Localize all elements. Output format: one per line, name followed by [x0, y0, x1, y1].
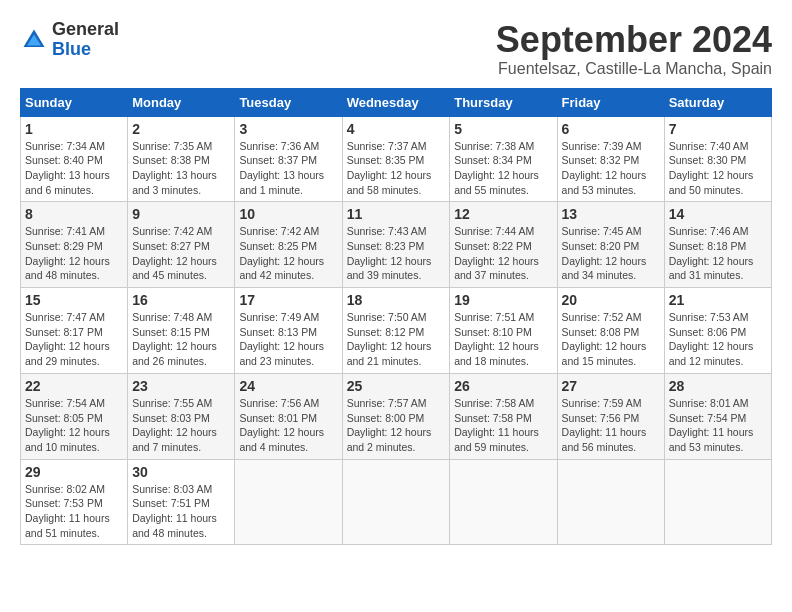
day-info: Sunrise: 7:39 AM Sunset: 8:32 PM Dayligh… — [562, 139, 660, 198]
calendar-cell: 23Sunrise: 7:55 AM Sunset: 8:03 PM Dayli… — [128, 373, 235, 459]
calendar-cell — [664, 459, 771, 545]
calendar-cell: 7Sunrise: 7:40 AM Sunset: 8:30 PM Daylig… — [664, 116, 771, 202]
day-info: Sunrise: 7:42 AM Sunset: 8:27 PM Dayligh… — [132, 224, 230, 283]
day-number: 15 — [25, 292, 123, 308]
day-info: Sunrise: 8:03 AM Sunset: 7:51 PM Dayligh… — [132, 482, 230, 541]
day-number: 30 — [132, 464, 230, 480]
calendar-cell: 29Sunrise: 8:02 AM Sunset: 7:53 PM Dayli… — [21, 459, 128, 545]
day-number: 1 — [25, 121, 123, 137]
logo-blue-text: Blue — [52, 39, 91, 59]
day-info: Sunrise: 7:57 AM Sunset: 8:00 PM Dayligh… — [347, 396, 446, 455]
page-header: General Blue September 2024 Fuentelsaz, … — [20, 20, 772, 78]
day-number: 8 — [25, 206, 123, 222]
day-info: Sunrise: 7:42 AM Sunset: 8:25 PM Dayligh… — [239, 224, 337, 283]
day-number: 23 — [132, 378, 230, 394]
day-number: 29 — [25, 464, 123, 480]
weekday-header: Friday — [557, 88, 664, 116]
weekday-header: Wednesday — [342, 88, 450, 116]
day-info: Sunrise: 7:58 AM Sunset: 7:58 PM Dayligh… — [454, 396, 552, 455]
calendar-cell: 10Sunrise: 7:42 AM Sunset: 8:25 PM Dayli… — [235, 202, 342, 288]
day-info: Sunrise: 7:56 AM Sunset: 8:01 PM Dayligh… — [239, 396, 337, 455]
calendar-cell: 11Sunrise: 7:43 AM Sunset: 8:23 PM Dayli… — [342, 202, 450, 288]
day-number: 12 — [454, 206, 552, 222]
day-info: Sunrise: 7:41 AM Sunset: 8:29 PM Dayligh… — [25, 224, 123, 283]
calendar-cell: 25Sunrise: 7:57 AM Sunset: 8:00 PM Dayli… — [342, 373, 450, 459]
calendar-cell: 16Sunrise: 7:48 AM Sunset: 8:15 PM Dayli… — [128, 288, 235, 374]
title-block: September 2024 Fuentelsaz, Castille-La M… — [496, 20, 772, 78]
calendar-cell: 20Sunrise: 7:52 AM Sunset: 8:08 PM Dayli… — [557, 288, 664, 374]
calendar-cell: 30Sunrise: 8:03 AM Sunset: 7:51 PM Dayli… — [128, 459, 235, 545]
day-info: Sunrise: 7:59 AM Sunset: 7:56 PM Dayligh… — [562, 396, 660, 455]
calendar-cell: 12Sunrise: 7:44 AM Sunset: 8:22 PM Dayli… — [450, 202, 557, 288]
weekday-header: Thursday — [450, 88, 557, 116]
day-number: 27 — [562, 378, 660, 394]
day-info: Sunrise: 7:47 AM Sunset: 8:17 PM Dayligh… — [25, 310, 123, 369]
calendar-cell: 2Sunrise: 7:35 AM Sunset: 8:38 PM Daylig… — [128, 116, 235, 202]
calendar-cell: 5Sunrise: 7:38 AM Sunset: 8:34 PM Daylig… — [450, 116, 557, 202]
calendar-cell: 8Sunrise: 7:41 AM Sunset: 8:29 PM Daylig… — [21, 202, 128, 288]
day-info: Sunrise: 7:48 AM Sunset: 8:15 PM Dayligh… — [132, 310, 230, 369]
day-number: 9 — [132, 206, 230, 222]
calendar-cell: 24Sunrise: 7:56 AM Sunset: 8:01 PM Dayli… — [235, 373, 342, 459]
calendar-week-row: 15Sunrise: 7:47 AM Sunset: 8:17 PM Dayli… — [21, 288, 772, 374]
logo-icon — [20, 26, 48, 54]
day-number: 2 — [132, 121, 230, 137]
day-number: 10 — [239, 206, 337, 222]
day-info: Sunrise: 7:53 AM Sunset: 8:06 PM Dayligh… — [669, 310, 767, 369]
day-info: Sunrise: 7:46 AM Sunset: 8:18 PM Dayligh… — [669, 224, 767, 283]
day-info: Sunrise: 7:37 AM Sunset: 8:35 PM Dayligh… — [347, 139, 446, 198]
day-info: Sunrise: 7:50 AM Sunset: 8:12 PM Dayligh… — [347, 310, 446, 369]
day-number: 22 — [25, 378, 123, 394]
day-info: Sunrise: 7:44 AM Sunset: 8:22 PM Dayligh… — [454, 224, 552, 283]
calendar-cell: 15Sunrise: 7:47 AM Sunset: 8:17 PM Dayli… — [21, 288, 128, 374]
day-info: Sunrise: 7:38 AM Sunset: 8:34 PM Dayligh… — [454, 139, 552, 198]
day-info: Sunrise: 7:49 AM Sunset: 8:13 PM Dayligh… — [239, 310, 337, 369]
calendar-cell — [450, 459, 557, 545]
calendar-header: SundayMondayTuesdayWednesdayThursdayFrid… — [21, 88, 772, 116]
day-number: 17 — [239, 292, 337, 308]
calendar-cell: 21Sunrise: 7:53 AM Sunset: 8:06 PM Dayli… — [664, 288, 771, 374]
calendar-cell — [557, 459, 664, 545]
day-info: Sunrise: 8:01 AM Sunset: 7:54 PM Dayligh… — [669, 396, 767, 455]
logo: General Blue — [20, 20, 119, 60]
calendar-week-row: 1Sunrise: 7:34 AM Sunset: 8:40 PM Daylig… — [21, 116, 772, 202]
day-number: 20 — [562, 292, 660, 308]
day-number: 26 — [454, 378, 552, 394]
weekday-header: Saturday — [664, 88, 771, 116]
calendar-week-row: 29Sunrise: 8:02 AM Sunset: 7:53 PM Dayli… — [21, 459, 772, 545]
day-number: 3 — [239, 121, 337, 137]
calendar-week-row: 8Sunrise: 7:41 AM Sunset: 8:29 PM Daylig… — [21, 202, 772, 288]
day-info: Sunrise: 7:36 AM Sunset: 8:37 PM Dayligh… — [239, 139, 337, 198]
calendar-cell: 26Sunrise: 7:58 AM Sunset: 7:58 PM Dayli… — [450, 373, 557, 459]
day-number: 21 — [669, 292, 767, 308]
day-number: 25 — [347, 378, 446, 394]
calendar-body: 1Sunrise: 7:34 AM Sunset: 8:40 PM Daylig… — [21, 116, 772, 545]
calendar-table: SundayMondayTuesdayWednesdayThursdayFrid… — [20, 88, 772, 546]
calendar-cell — [235, 459, 342, 545]
weekday-header: Tuesday — [235, 88, 342, 116]
logo-general-text: General — [52, 19, 119, 39]
calendar-cell: 19Sunrise: 7:51 AM Sunset: 8:10 PM Dayli… — [450, 288, 557, 374]
day-info: Sunrise: 7:43 AM Sunset: 8:23 PM Dayligh… — [347, 224, 446, 283]
calendar-cell: 28Sunrise: 8:01 AM Sunset: 7:54 PM Dayli… — [664, 373, 771, 459]
calendar-cell: 14Sunrise: 7:46 AM Sunset: 8:18 PM Dayli… — [664, 202, 771, 288]
month-title: September 2024 — [496, 20, 772, 60]
calendar-cell: 13Sunrise: 7:45 AM Sunset: 8:20 PM Dayli… — [557, 202, 664, 288]
day-info: Sunrise: 8:02 AM Sunset: 7:53 PM Dayligh… — [25, 482, 123, 541]
day-number: 11 — [347, 206, 446, 222]
calendar-cell: 9Sunrise: 7:42 AM Sunset: 8:27 PM Daylig… — [128, 202, 235, 288]
calendar-cell: 18Sunrise: 7:50 AM Sunset: 8:12 PM Dayli… — [342, 288, 450, 374]
calendar-week-row: 22Sunrise: 7:54 AM Sunset: 8:05 PM Dayli… — [21, 373, 772, 459]
day-number: 16 — [132, 292, 230, 308]
day-info: Sunrise: 7:45 AM Sunset: 8:20 PM Dayligh… — [562, 224, 660, 283]
day-info: Sunrise: 7:54 AM Sunset: 8:05 PM Dayligh… — [25, 396, 123, 455]
day-number: 24 — [239, 378, 337, 394]
location-title: Fuentelsaz, Castille-La Mancha, Spain — [496, 60, 772, 78]
day-info: Sunrise: 7:52 AM Sunset: 8:08 PM Dayligh… — [562, 310, 660, 369]
day-info: Sunrise: 7:51 AM Sunset: 8:10 PM Dayligh… — [454, 310, 552, 369]
day-info: Sunrise: 7:55 AM Sunset: 8:03 PM Dayligh… — [132, 396, 230, 455]
day-number: 18 — [347, 292, 446, 308]
day-number: 28 — [669, 378, 767, 394]
weekday-header: Monday — [128, 88, 235, 116]
day-number: 13 — [562, 206, 660, 222]
